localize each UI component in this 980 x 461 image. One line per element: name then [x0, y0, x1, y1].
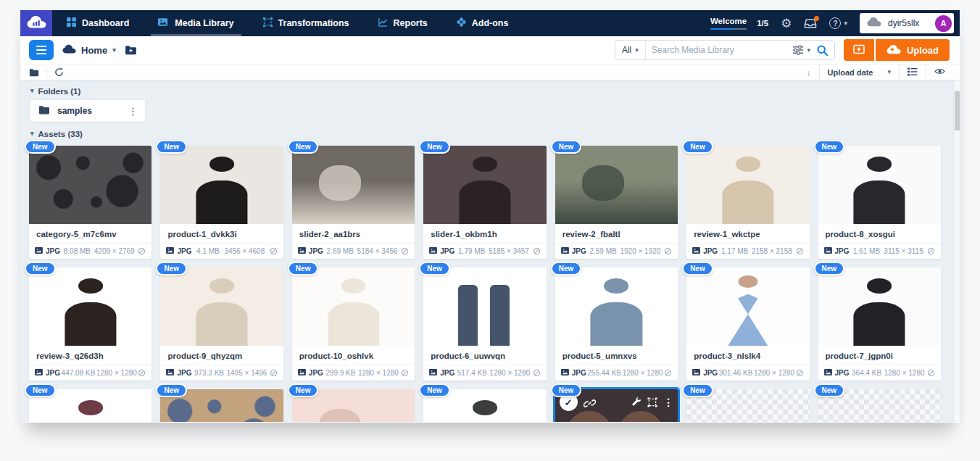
- asset-card[interactable]: New: [292, 146, 415, 259]
- asset-card[interactable]: New: [292, 389, 415, 422]
- asset-thumbnail[interactable]: [29, 267, 151, 346]
- folder-card-samples[interactable]: samples: [30, 100, 145, 122]
- folder-view-icon[interactable]: [29, 68, 39, 77]
- asset-menu-icon[interactable]: [663, 396, 673, 409]
- nav-item-reports[interactable]: Reports: [364, 10, 442, 36]
- asset-card[interactable]: New: [686, 267, 809, 381]
- asset-access-icon[interactable]: [664, 369, 672, 377]
- asset-card[interactable]: New: [423, 267, 546, 381]
- asset-card[interactable]: New: [160, 389, 283, 422]
- asset-card[interactable]: New: [686, 389, 809, 422]
- chevron-down-icon[interactable]: [807, 47, 810, 54]
- asset-card[interactable]: New: [29, 146, 151, 259]
- asset-thumbnail[interactable]: [160, 267, 283, 346]
- asset-format-label: JPG: [46, 247, 60, 255]
- asset-card[interactable]: New: [555, 267, 678, 381]
- asset-access-icon[interactable]: [927, 369, 935, 377]
- avatar[interactable]: A: [935, 15, 952, 32]
- image-format-icon: [692, 247, 700, 255]
- asset-access-icon[interactable]: [401, 247, 409, 255]
- asset-thumbnail[interactable]: [555, 146, 678, 224]
- folders-section-header[interactable]: Folders (1): [30, 86, 941, 96]
- sort-by-dropdown[interactable]: Upload date: [819, 65, 899, 80]
- asset-card[interactable]: New: [818, 389, 941, 422]
- asset-format-label: JPG: [835, 369, 850, 377]
- asset-access-icon[interactable]: [664, 247, 672, 255]
- asset-dimensions: 1280 × 1280: [754, 369, 794, 377]
- asset-thumbnail[interactable]: [423, 146, 546, 224]
- asset-card[interactable]: New: [29, 389, 151, 422]
- asset-footer: JPG 447.08 KB 1280 × 1280: [29, 365, 151, 381]
- search-input[interactable]: [646, 45, 793, 55]
- asset-card[interactable]: New: [423, 389, 546, 422]
- asset-thumbnail[interactable]: [686, 146, 809, 224]
- asset-card[interactable]: New: [160, 267, 283, 381]
- asset-access-icon[interactable]: [401, 369, 409, 377]
- preview-toggle-button[interactable]: [926, 65, 953, 80]
- new-folder-icon[interactable]: [125, 45, 137, 55]
- upload-button[interactable]: Upload: [876, 39, 950, 61]
- asset-format-label: JPG: [309, 247, 323, 255]
- asset-card[interactable]: New: [818, 146, 941, 259]
- nav-item-add-ons[interactable]: Add-ons: [442, 10, 523, 36]
- advanced-search-icon[interactable]: [792, 45, 804, 55]
- asset-card[interactable]: New: [818, 267, 941, 381]
- help-menu[interactable]: [829, 17, 847, 29]
- scrollbar-thumb[interactable]: [955, 91, 960, 130]
- asset-thumbnail[interactable]: [423, 267, 546, 346]
- asset-image: [818, 146, 941, 224]
- asset-card[interactable]: New: [686, 146, 809, 259]
- vertical-scrollbar[interactable]: [953, 80, 960, 422]
- folder-tree-toggle-button[interactable]: [29, 40, 54, 60]
- nav-item-dashboard[interactable]: Dashboard: [52, 10, 144, 36]
- asset-footer: JPG 2.59 MB 1920 × 1920: [555, 243, 678, 259]
- nav-item-transformations[interactable]: Transformations: [249, 10, 364, 36]
- view-mode-button[interactable]: [899, 65, 926, 80]
- asset-access-icon[interactable]: [270, 247, 278, 255]
- breadcrumb-home[interactable]: Home: [62, 44, 116, 56]
- cloudinary-logo[interactable]: [20, 10, 52, 36]
- asset-access-icon[interactable]: [533, 369, 541, 377]
- asset-thumbnail[interactable]: [686, 267, 809, 346]
- getting-started-icon[interactable]: [804, 18, 817, 28]
- transform-icon[interactable]: [647, 397, 657, 407]
- asset-access-icon[interactable]: [138, 247, 146, 255]
- settings-gear-icon[interactable]: [781, 16, 792, 31]
- new-badge: New: [682, 383, 713, 397]
- account-switcher[interactable]: dyir5sllx A: [860, 13, 954, 33]
- asset-access-icon[interactable]: [796, 247, 804, 255]
- refresh-icon[interactable]: [54, 67, 64, 77]
- asset-dimensions: 1280 × 1280: [96, 369, 137, 377]
- asset-thumbnail[interactable]: [292, 146, 415, 224]
- asset-access-icon[interactable]: [796, 369, 804, 377]
- asset-thumbnail[interactable]: [292, 267, 415, 346]
- chevron-down-icon: [112, 47, 116, 54]
- asset-access-icon[interactable]: [927, 247, 935, 255]
- edit-wrench-icon[interactable]: [631, 397, 641, 407]
- asset-card[interactable]: New: [292, 267, 415, 381]
- asset-card[interactable]: New: [29, 267, 151, 381]
- asset-card[interactable]: New: [160, 146, 283, 259]
- asset-access-icon[interactable]: [270, 369, 278, 377]
- asset-card[interactable]: New: [555, 389, 678, 422]
- sort-direction-button[interactable]: [799, 65, 819, 80]
- asset-card[interactable]: New: [555, 146, 678, 259]
- asset-card[interactable]: New: [423, 146, 546, 259]
- asset-thumbnail[interactable]: [160, 146, 283, 224]
- assets-section-header[interactable]: Assets (33): [30, 129, 941, 138]
- nav-item-media-library[interactable]: Media Library: [144, 10, 248, 36]
- folder-menu-button[interactable]: [125, 104, 141, 118]
- asset-access-icon[interactable]: [138, 369, 146, 377]
- copy-link-icon[interactable]: [584, 397, 596, 410]
- asset-image: [686, 267, 809, 346]
- search-scope-dropdown[interactable]: All: [615, 41, 646, 59]
- asset-access-icon[interactable]: [533, 247, 541, 255]
- search-icon[interactable]: [816, 44, 829, 57]
- asset-thumbnail[interactable]: [555, 267, 678, 346]
- asset-thumbnail[interactable]: [818, 146, 941, 224]
- asset-thumbnail[interactable]: [818, 267, 941, 346]
- upload-widget-button[interactable]: [844, 39, 874, 61]
- asset-size: 301.46 KB: [719, 369, 753, 377]
- welcome-progress[interactable]: Welcome 1/5: [710, 17, 768, 30]
- asset-thumbnail[interactable]: [29, 146, 151, 224]
